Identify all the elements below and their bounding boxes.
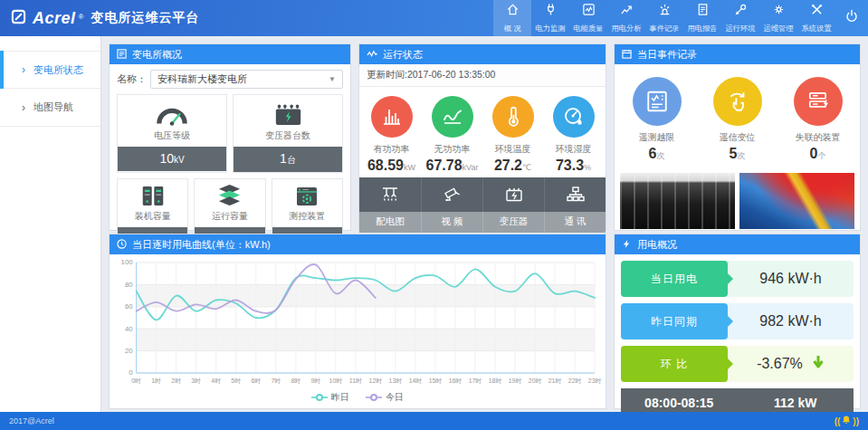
camera-icon [421, 177, 482, 212]
svg-text:14时: 14时 [409, 377, 423, 384]
legend-item-yesterday[interactable]: 昨日 [311, 391, 349, 404]
copyright: 2017@Acrel [9, 416, 54, 425]
distribution-diagram-button[interactable]: 配电图 [359, 177, 421, 233]
trend-icon [620, 3, 634, 20]
brand: Acrel ® [11, 9, 83, 28]
svg-text:11时: 11时 [349, 377, 362, 384]
communication-button[interactable]: 通 讯 [544, 177, 606, 233]
station-name-label: 名称： [117, 72, 147, 86]
nav-item-usage-analysis[interactable]: 用电分析 [607, 0, 645, 36]
bell-icon [841, 415, 852, 427]
clock-panel-icon [117, 239, 127, 251]
card-transformer-count: 变压器台数 1台 [233, 94, 343, 173]
substation-overview-panel: 变电所概况 名称： 安科瑞新大楼变电所 [109, 43, 351, 231]
video-button[interactable]: 视 频 [421, 177, 482, 233]
svg-text:10时: 10时 [329, 377, 343, 384]
usage-value: -3.67% [728, 346, 854, 382]
diagram-icon [359, 177, 421, 212]
svg-text:0: 0 [129, 368, 133, 377]
nav-item-usage-report[interactable]: 用电报告 [683, 0, 721, 36]
card-value: 1台 [234, 147, 342, 172]
stat-ambient-humidity: 环境湿度 73.3% [543, 96, 604, 174]
nav-item-system-settings[interactable]: 系统设置 [797, 0, 835, 36]
sidebar: 变电所状态 地图导航 [0, 36, 101, 412]
svg-text:20: 20 [125, 347, 133, 355]
plug-icon [544, 3, 558, 20]
nav-item-environment[interactable]: 运行环境 [721, 0, 759, 36]
running-status-panel: 运行状态 更新时间:2017-06-20 13:35:00 有功功率 68.59… [358, 43, 606, 231]
server-room-photo[interactable] [620, 173, 735, 229]
panel-title: 变电所概况 [132, 48, 182, 62]
transformer-icon [234, 95, 342, 126]
max-usage-time: 08:00-08:15 [621, 396, 738, 410]
svg-text:21时: 21时 [548, 377, 562, 384]
network-cables-photo[interactable] [739, 173, 854, 229]
top-header: Acrel ® 变电所运维云平台 概 况 电力监测 电能质量 用电分析 [0, 0, 868, 36]
svg-text:3时: 3时 [191, 377, 201, 384]
svg-text:18时: 18时 [489, 377, 502, 384]
nav-item-power-monitor[interactable]: 电力监测 [531, 0, 569, 36]
acrel-logo-icon [11, 9, 26, 28]
home-icon [506, 3, 520, 20]
telemetry-doc-icon [633, 77, 682, 126]
hourly-usage-curve-panel: 当日逐时用电曲线(单位：kW.h) 0204060801000时1时2时3时4时… [109, 234, 606, 409]
svg-text:20时: 20时 [529, 377, 542, 384]
transformer-button[interactable]: 变压器 [482, 177, 544, 233]
tools-icon [810, 3, 824, 20]
nav-item-event-log[interactable]: 事件记录 [645, 0, 683, 36]
svg-text:17时: 17时 [469, 377, 482, 384]
line-marker-icon [366, 394, 382, 401]
brand-registered-mark: ® [79, 13, 84, 21]
sidebar-item-substation-status[interactable]: 变电所状态 [0, 51, 100, 89]
svg-text:6时: 6时 [251, 377, 261, 384]
svg-text:8时: 8时 [291, 377, 300, 384]
svg-text:0时: 0时 [131, 377, 141, 384]
events-panel-header: 当日事件记录 [615, 44, 860, 64]
alarm-bell-button[interactable]: (( )) [835, 415, 859, 427]
svg-text:2时: 2时 [171, 377, 181, 384]
panel-title: 运行状态 [383, 48, 423, 62]
event-stat-telemetry-overlimit: 遥测越限 6次 [616, 77, 697, 162]
usage-row-today: 当日用电 946 kW·h [621, 261, 854, 297]
panel-title: 当日事件记录 [637, 48, 697, 62]
card-value: 10kV [118, 147, 226, 171]
event-stat-offline-devices: 失联的装置 0个 [777, 77, 858, 162]
overview-panel-header: 变电所概况 [110, 44, 350, 64]
svg-text:13时: 13时 [389, 377, 403, 384]
svg-text:16时: 16时 [449, 377, 463, 384]
avg-power: 112 kW [738, 396, 854, 410]
panel-title: 当日逐时用电曲线(单位：kW.h) [132, 238, 271, 252]
power-off-icon [844, 9, 859, 27]
svg-text:15时: 15时 [429, 377, 443, 384]
station-select[interactable]: 安科瑞新大楼变电所 [150, 70, 343, 89]
usage-curve-chart[interactable]: 0204060801000时1时2时3时4时5时6时7时8时9时10时11时12… [113, 257, 602, 389]
svg-text:7时: 7时 [271, 377, 281, 384]
nav-item-power-quality[interactable]: 电能质量 [569, 0, 607, 36]
cabinet-icon [118, 179, 187, 206]
svg-text:9时: 9时 [310, 377, 320, 384]
legend-item-today[interactable]: 今日 [366, 391, 404, 404]
usage-row-yesterday: 昨日同期 982 kW·h [621, 303, 854, 339]
svg-text:60: 60 [125, 302, 133, 311]
gauge-icon [118, 95, 226, 126]
humidity-gauge-icon [553, 96, 595, 138]
nav-item-overview[interactable]: 概 况 [493, 0, 531, 36]
svg-text:100: 100 [121, 258, 134, 266]
svg-text:1时: 1时 [151, 377, 161, 384]
svg-text:12时: 12时 [369, 377, 383, 384]
substation-cloud-app: Acrel ® 变电所运维云平台 概 况 电力监测 电能质量 用电分析 [0, 0, 868, 430]
power-off-button[interactable] [835, 0, 868, 36]
thermometer-icon [492, 96, 534, 138]
trend-down-icon [812, 355, 825, 373]
servers-icon [794, 77, 843, 126]
nav-item-ops-management[interactable]: 运维管理 [759, 0, 797, 36]
chevron-right-icon [22, 64, 25, 75]
list-panel-icon [117, 49, 127, 61]
card-voltage-level: 电压等级 10kV [117, 94, 227, 173]
app-title: 变电所运维云平台 [91, 10, 199, 26]
sidebar-item-map-navigation[interactable]: 地图导航 [0, 89, 100, 127]
report-icon [696, 3, 710, 20]
hand-gesture-icon [713, 77, 762, 126]
chevron-right-icon [22, 102, 25, 113]
svg-text:22时: 22时 [568, 377, 582, 384]
